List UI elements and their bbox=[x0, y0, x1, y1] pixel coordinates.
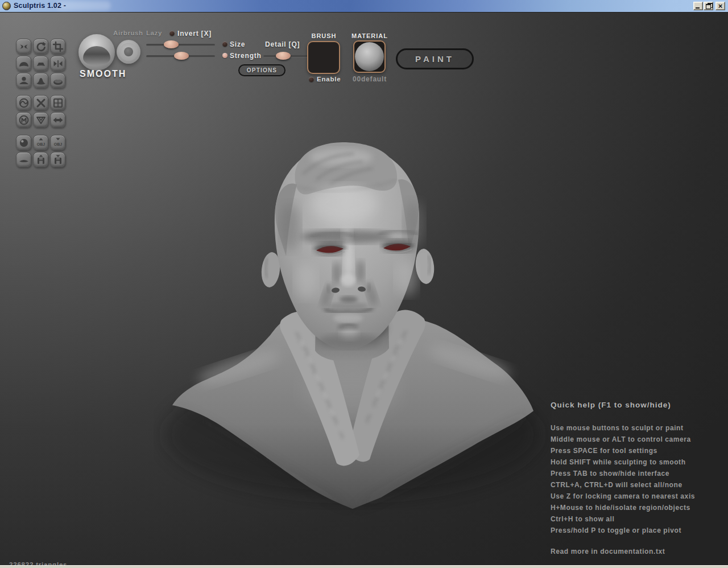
app-logo-icon[interactable] bbox=[2, 2, 11, 10]
material-sphere-preview bbox=[355, 42, 384, 71]
sphere-icon bbox=[18, 137, 30, 149]
paint-mode-button[interactable]: PAINT bbox=[396, 48, 474, 69]
help-line: H+Mouse to hide/isolate region/objects bbox=[551, 502, 721, 513]
airbrush-falloff-preview bbox=[117, 40, 140, 64]
strength-slider-knob[interactable] bbox=[174, 52, 189, 60]
enable-label: Enable bbox=[317, 76, 341, 83]
floppy-open-icon bbox=[35, 154, 47, 166]
help-line: CTRL+A, CTRL+D will select all/none bbox=[551, 479, 721, 491]
new-sphere-button[interactable] bbox=[16, 135, 31, 150]
double-arrow-icon bbox=[52, 114, 64, 126]
symmetry-button[interactable] bbox=[16, 95, 31, 110]
enable-toggle[interactable] bbox=[309, 77, 314, 82]
help-line: Ctrl+H to show all bbox=[551, 513, 721, 525]
help-footer: Read more in documentation.txt bbox=[551, 548, 721, 555]
grid-view-button[interactable] bbox=[50, 95, 65, 110]
quick-help-panel: Quick help (F1 to show/hide) Use mouse b… bbox=[551, 401, 721, 555]
help-line: Hold SHIFT while sculpting to smooth bbox=[551, 456, 721, 468]
sculpted-bust-model bbox=[154, 139, 552, 520]
size-label: Size bbox=[230, 40, 245, 48]
brush-preview-sphere bbox=[78, 34, 115, 71]
mirror-button[interactable] bbox=[50, 112, 65, 127]
draw-icon bbox=[18, 58, 30, 69]
window-title: Sculptris 1.02 - bbox=[14, 2, 66, 10]
invert-label: Invert [X] bbox=[177, 30, 212, 38]
size-slider-track[interactable] bbox=[146, 44, 215, 46]
brush-section-label: BRUSH bbox=[307, 32, 341, 39]
mask-button[interactable] bbox=[16, 112, 31, 127]
view-toggle-group bbox=[16, 95, 65, 127]
scale-icon bbox=[52, 41, 64, 52]
flatten-tool-button[interactable] bbox=[33, 56, 48, 71]
strength-led[interactable] bbox=[222, 53, 228, 58]
help-line: Use mouse buttons to sculpt or paint bbox=[551, 422, 721, 434]
draw-tool-button[interactable] bbox=[16, 56, 31, 71]
mask-m-icon bbox=[18, 114, 30, 126]
export-obj-button[interactable]: OBJ bbox=[50, 135, 65, 150]
active-brush-name: SMOOTH bbox=[80, 69, 132, 79]
symmetry-icon bbox=[18, 97, 30, 109]
help-line: Press/hold P to toggle or place pivot bbox=[551, 525, 721, 536]
help-line: Use Z for locking camera to nearest axis bbox=[551, 491, 721, 502]
detail-label: Detail [Q] bbox=[265, 40, 300, 48]
detail-slider-knob[interactable] bbox=[276, 52, 291, 60]
airbrush-label: Airbrush bbox=[113, 30, 143, 36]
open-file-button[interactable] bbox=[33, 152, 48, 167]
options-button[interactable]: OPTIONS bbox=[238, 64, 286, 76]
scene-file-group: OBJ OBJ bbox=[16, 135, 65, 167]
material-name: 00default bbox=[348, 75, 391, 83]
svg-text:OBJ: OBJ bbox=[53, 142, 62, 146]
lazy-label: Lazy bbox=[146, 30, 162, 36]
taskbar-edge[interactable] bbox=[0, 565, 728, 568]
grab-icon bbox=[52, 58, 64, 69]
strength-label: Strength bbox=[230, 52, 262, 60]
inflate-icon bbox=[18, 75, 30, 87]
crease-tool-button[interactable] bbox=[16, 39, 31, 54]
close-icon: × bbox=[716, 2, 725, 10]
smooth-tool-button[interactable] bbox=[50, 73, 65, 88]
size-led[interactable] bbox=[222, 42, 228, 47]
pinch-icon bbox=[35, 75, 47, 87]
minimize-button[interactable] bbox=[693, 2, 703, 10]
wireframe-icon bbox=[35, 114, 47, 126]
flatten-icon bbox=[35, 58, 47, 69]
x-icon bbox=[35, 97, 47, 109]
scale-tool-button[interactable] bbox=[50, 39, 65, 54]
plane-icon bbox=[18, 154, 30, 166]
rotate-tool-button[interactable] bbox=[33, 39, 48, 54]
grid-icon bbox=[52, 97, 64, 109]
material-box[interactable] bbox=[353, 40, 386, 73]
sculpt-viewport[interactable]: OBJ OBJ SMOOTH Airbrush Laz bbox=[0, 13, 728, 565]
svg-text:OBJ: OBJ bbox=[36, 142, 45, 146]
invert-toggle[interactable] bbox=[169, 31, 175, 36]
close-button[interactable]: × bbox=[715, 2, 725, 10]
help-line: Middle mouse or ALT to control camera bbox=[551, 434, 721, 445]
import-obj-button[interactable]: OBJ bbox=[33, 135, 48, 150]
obj-import-icon: OBJ bbox=[35, 137, 47, 149]
crease-icon bbox=[18, 41, 30, 52]
sculpt-tool-group bbox=[16, 39, 65, 88]
size-slider-knob[interactable] bbox=[164, 40, 179, 48]
grab-tool-button[interactable] bbox=[50, 56, 65, 71]
inflate-tool-button[interactable] bbox=[16, 73, 31, 88]
wireframe-button[interactable] bbox=[33, 112, 48, 127]
help-title: Quick help (F1 to show/hide) bbox=[551, 401, 721, 409]
save-file-button[interactable] bbox=[50, 152, 65, 167]
new-plane-button[interactable] bbox=[16, 152, 31, 167]
floppy-save-icon bbox=[52, 154, 64, 166]
help-line: Press SPACE for tool settings bbox=[551, 445, 721, 456]
clear-scene-button[interactable] bbox=[33, 95, 48, 110]
obj-export-icon: OBJ bbox=[52, 137, 64, 149]
brush-texture-box[interactable] bbox=[307, 41, 340, 74]
help-line: Press TAB to show/hide interface bbox=[551, 468, 721, 479]
restore-button[interactable] bbox=[704, 2, 713, 10]
rotate-icon bbox=[35, 41, 47, 52]
smooth-icon bbox=[52, 75, 64, 87]
pinch-tool-button[interactable] bbox=[33, 73, 48, 88]
material-section-label: MATERIAL bbox=[351, 32, 387, 39]
titlebar: Sculptris 1.02 - × bbox=[0, 0, 728, 13]
